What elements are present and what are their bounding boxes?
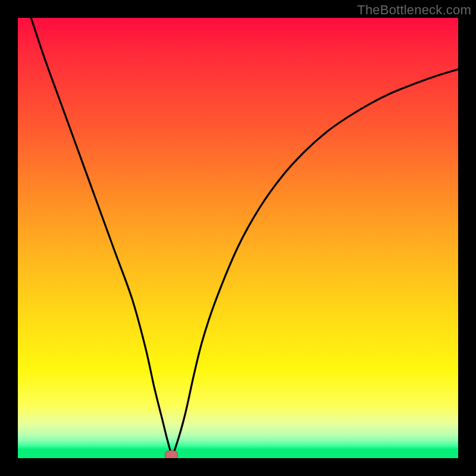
minimum-marker — [165, 450, 178, 458]
curve-svg — [18, 18, 458, 458]
bottleneck-curve — [31, 18, 458, 454]
watermark-label: TheBottleneck.com — [357, 2, 471, 18]
curve-layer — [18, 18, 458, 458]
chart-frame: TheBottleneck.com — [0, 0, 476, 476]
plot-area — [18, 18, 458, 458]
